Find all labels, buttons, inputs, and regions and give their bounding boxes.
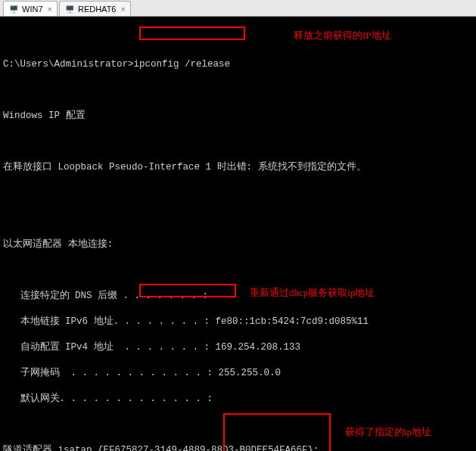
annotation-result: 获得了指定的ip地址 [345, 425, 431, 438]
dns-suffix-row: 连接特定的 DNS 后缀 . . . . . . . : [3, 290, 473, 303]
blank-line [3, 213, 473, 226]
prompt-line-release: C:\Users\Administrator>ipconfig /release [3, 58, 473, 71]
tab-label: WIN7 [22, 5, 43, 14]
subnet-row: 子网掩码 . . . . . . . . . . . . : 255.255.0… [3, 367, 473, 380]
loopback-error: 在释放接口 Loopback Pseudo-Interface 1 时出错: 系… [3, 161, 473, 174]
monitor-icon: 🖥️ [64, 4, 75, 14]
tab-bar: 🖥️ WIN7 × 🖥️ REDHAT6 × [0, 0, 476, 17]
monitor-icon: 🖥️ [8, 4, 19, 14]
tab-win7[interactable]: 🖥️ WIN7 × [3, 1, 58, 16]
annotation-release: 释放之前获得的IP地址 [294, 29, 391, 42]
blank-line [3, 33, 473, 45]
blank-line [3, 264, 473, 277]
tunnel-adapter-header: 隧道适配器 isatap.{EF675827-3149-4889-88D3-B0… [3, 444, 473, 451]
annotation-renew: 重新通过dhcp服务获取ip地址 [250, 286, 375, 299]
gateway-row: 默认网关. . . . . . . . . . . . . : [3, 393, 473, 406]
close-icon[interactable]: × [48, 5, 52, 14]
terminal-output[interactable]: C:\Users\Administrator>ipconfig /release… [0, 17, 476, 451]
tab-label: REDHAT6 [78, 5, 117, 14]
tab-redhat6[interactable]: 🖥️ REDHAT6 × [59, 1, 131, 16]
blank-line [3, 187, 473, 200]
blank-line [3, 135, 473, 148]
close-icon[interactable]: × [120, 5, 125, 14]
blank-line [3, 84, 473, 97]
auto-ipv4-row: 自动配置 IPv4 地址 . . . . . . . : 169.254.208… [3, 341, 473, 354]
ip-config-header: Windows IP 配置 [3, 110, 473, 123]
cmd-release: ipconfig /release [134, 59, 231, 70]
ipv6-link-row: 本地链接 IPv6 地址. . . . . . . . : fe80::1cb:… [3, 316, 473, 328]
eth-adapter-header: 以太网适配器 本地连接: [3, 238, 473, 251]
